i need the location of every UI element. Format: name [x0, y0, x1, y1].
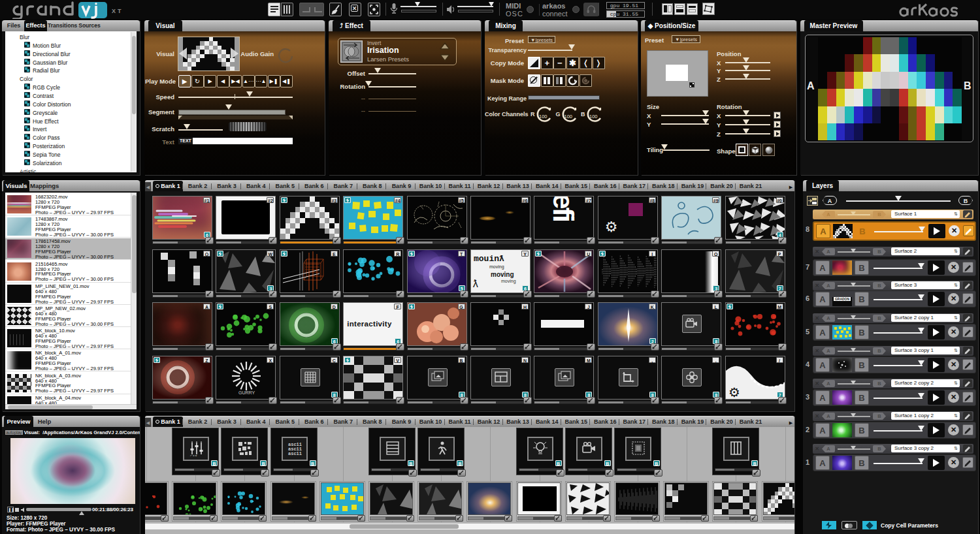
svg-text:XT: XT [112, 8, 123, 14]
svg-text:GURRY: GURRY [238, 390, 255, 395]
svg-text:asc11: asc11 [288, 451, 302, 456]
svg-text:C S B: C S B [190, 454, 197, 456]
svg-text:⚙: ⚙ [728, 385, 740, 400]
